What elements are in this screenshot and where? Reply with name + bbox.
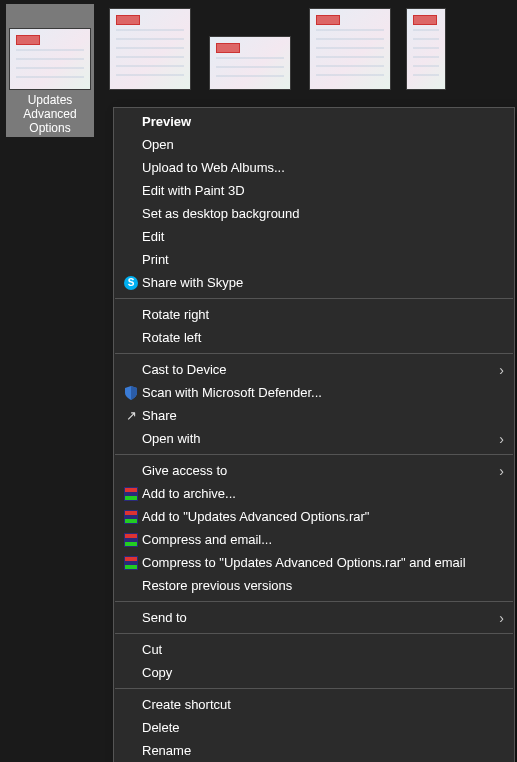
menu-label: Preview [142,114,504,129]
chevron-right-icon: › [499,362,504,378]
menu-item-edit[interactable]: Edit [114,225,514,248]
menu-item-delete[interactable]: Delete [114,716,514,739]
winrar-icon [120,556,142,570]
menu-item-rename[interactable]: Rename [114,739,514,762]
menu-label: Send to [142,610,493,625]
context-menu: Preview Open Upload to Web Albums... Edi… [113,107,515,762]
menu-label: Create shortcut [142,697,504,712]
menu-label: Copy [142,665,504,680]
menu-label: Add to "Updates Advanced Options.rar" [142,509,504,524]
thumbnail-image [209,36,291,90]
menu-item-print[interactable]: Print [114,248,514,271]
share-icon: ↗ [120,409,142,422]
menu-label: Share [142,408,504,423]
menu-item-share[interactable]: ↗ Share [114,404,514,427]
menu-item-rotate-right[interactable]: Rotate right [114,303,514,326]
thumbnail-image [9,28,91,90]
menu-item-set-desktop-background[interactable]: Set as desktop background [114,202,514,225]
menu-item-open[interactable]: Open [114,133,514,156]
menu-label: Edit with Paint 3D [142,183,504,198]
menu-item-scan-defender[interactable]: Scan with Microsoft Defender... [114,381,514,404]
menu-label: Open [142,137,504,152]
thumbnail-item[interactable] [406,4,446,92]
thumbnail-item[interactable] [206,4,294,92]
menu-label: Cast to Device [142,362,493,377]
skype-icon: S [120,276,142,290]
menu-label: Set as desktop background [142,206,504,221]
menu-item-cut[interactable]: Cut [114,638,514,661]
winrar-icon [120,510,142,524]
menu-item-preview[interactable]: Preview [114,110,514,133]
menu-separator [115,454,513,455]
menu-item-compress-email[interactable]: Compress and email... [114,528,514,551]
chevron-right-icon: › [499,431,504,447]
menu-label: Compress to "Updates Advanced Options.ra… [142,555,504,570]
menu-label: Share with Skype [142,275,504,290]
winrar-icon [120,487,142,501]
menu-item-give-access-to[interactable]: Give access to › [114,459,514,482]
menu-item-rotate-left[interactable]: Rotate left [114,326,514,349]
menu-separator [115,601,513,602]
menu-separator [115,353,513,354]
menu-label: Edit [142,229,504,244]
menu-item-copy[interactable]: Copy [114,661,514,684]
menu-label: Rotate left [142,330,504,345]
menu-item-open-with[interactable]: Open with › [114,427,514,450]
menu-item-send-to[interactable]: Send to › [114,606,514,629]
thumbnail-label: Updates Advanced Options [8,93,92,135]
thumbnail-item[interactable] [106,4,194,92]
thumbnail-image [309,8,391,90]
menu-item-add-to-rar[interactable]: Add to "Updates Advanced Options.rar" [114,505,514,528]
menu-item-cast-to-device[interactable]: Cast to Device › [114,358,514,381]
menu-label: Rotate right [142,307,504,322]
menu-label: Scan with Microsoft Defender... [142,385,504,400]
menu-item-share-skype[interactable]: S Share with Skype [114,271,514,294]
menu-label: Upload to Web Albums... [142,160,504,175]
chevron-right-icon: › [499,610,504,626]
menu-label: Open with [142,431,493,446]
defender-shield-icon [120,385,142,401]
menu-item-restore-previous-versions[interactable]: Restore previous versions [114,574,514,597]
menu-item-create-shortcut[interactable]: Create shortcut [114,693,514,716]
thumbnail-item-selected[interactable]: Updates Advanced Options [6,4,94,137]
chevron-right-icon: › [499,463,504,479]
menu-item-add-to-archive[interactable]: Add to archive... [114,482,514,505]
menu-separator [115,633,513,634]
menu-label: Compress and email... [142,532,504,547]
thumbnail-image [406,8,446,90]
menu-item-compress-to-rar-email[interactable]: Compress to "Updates Advanced Options.ra… [114,551,514,574]
menu-separator [115,688,513,689]
menu-label: Print [142,252,504,267]
menu-item-upload-web-albums[interactable]: Upload to Web Albums... [114,156,514,179]
menu-label: Rename [142,743,504,758]
menu-label: Give access to [142,463,493,478]
menu-label: Cut [142,642,504,657]
menu-separator [115,298,513,299]
winrar-icon [120,533,142,547]
menu-item-edit-paint3d[interactable]: Edit with Paint 3D [114,179,514,202]
menu-label: Restore previous versions [142,578,504,593]
thumbnail-image [109,8,191,90]
menu-label: Add to archive... [142,486,504,501]
thumbnail-item[interactable] [306,4,394,92]
menu-label: Delete [142,720,504,735]
